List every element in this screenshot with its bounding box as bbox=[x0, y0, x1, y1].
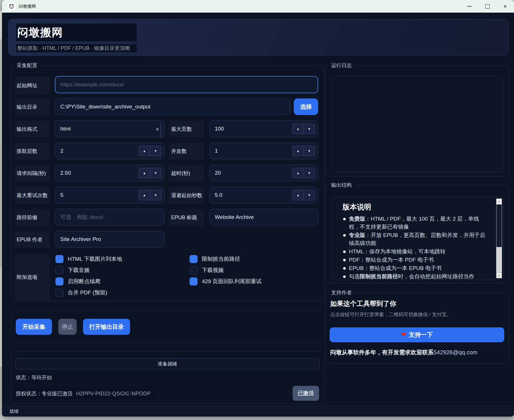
output-format-select[interactable]: html ∨ bbox=[55, 120, 165, 137]
app-logo-icon bbox=[8, 3, 15, 10]
output-structure-group: 输出结构 版本说明 免费版：HTML / PDF，最大 100 页，最大 2 层… bbox=[325, 185, 509, 283]
note-limit-path: 勾选限制抓当前路径时，会自动把起始网址路径当作 bbox=[343, 273, 486, 280]
depth-stepper[interactable]: 2 ▲ ▼ bbox=[55, 143, 165, 159]
checkbox-row-limit-path[interactable]: 限制抓当前路径 bbox=[190, 255, 240, 263]
version-notes-title: 版本说明 bbox=[343, 202, 371, 212]
output-dir-input[interactable] bbox=[55, 98, 290, 115]
scroll-down-icon[interactable]: ∨ bbox=[496, 273, 502, 278]
note-pdf: PDF：整站合成为一本 PDF 电子书 bbox=[343, 256, 486, 264]
notes-scrollbar[interactable]: ∧ ∨ bbox=[496, 199, 502, 278]
interval-up-icon[interactable]: ▲ bbox=[139, 168, 150, 178]
maximize-button[interactable] bbox=[478, 0, 496, 13]
app-window: 闷墩搬网 × 闷墩搬网 整站抓取 · HTML / PDF / EPUB · 镜… bbox=[2, 0, 514, 417]
resume-label[interactable]: 启用断点续爬 bbox=[68, 278, 101, 285]
timeout-down-icon[interactable]: ▼ bbox=[304, 168, 315, 178]
output-dir-label: 输出目录 bbox=[15, 99, 50, 115]
limit-path-checkbox[interactable] bbox=[190, 255, 198, 263]
concurrency-down-icon[interactable]: ▼ bbox=[304, 146, 315, 156]
backoff-up-icon[interactable]: ▲ bbox=[292, 190, 304, 200]
note-html: HTML：保存为本地镜像站，可本地跳转 bbox=[343, 248, 486, 256]
app-title-box: 闷墩搬网 bbox=[16, 24, 137, 41]
epub-author-label: EPUB 作者 bbox=[15, 231, 50, 248]
status-bar-text: 就绪 bbox=[9, 409, 19, 415]
download-audio-checkbox[interactable] bbox=[55, 266, 63, 274]
scrollbar-thumb[interactable] bbox=[496, 204, 502, 247]
retry-429-checkbox[interactable] bbox=[190, 277, 198, 285]
checkbox-row-retry-429[interactable]: 429 页面回队列尾部重试 bbox=[190, 277, 262, 285]
donate-button[interactable]: ❤ 支持一下 bbox=[330, 327, 504, 342]
max-pages-down-icon[interactable]: ▼ bbox=[304, 124, 315, 134]
support-group-title: 支持作者 bbox=[329, 289, 354, 296]
download-video-checkbox[interactable] bbox=[190, 266, 198, 274]
timeout-value: 20 bbox=[210, 170, 221, 176]
interval-label: 请求间隔(秒) bbox=[15, 165, 50, 182]
retries-up-icon[interactable]: ▲ bbox=[139, 190, 150, 200]
interval-stepper[interactable]: 2.50 ▲ ▼ bbox=[55, 165, 165, 181]
retry-429-label[interactable]: 429 页面回队列尾部重试 bbox=[202, 278, 262, 285]
note-epub: EPUB：整站合成为一本 EPUB 电子书 bbox=[343, 264, 486, 272]
start-url-label: 起始网址 bbox=[15, 77, 50, 94]
status-line: 状态：等待开始 bbox=[13, 373, 324, 382]
app-subtitle-box: 整站抓取 · HTML / PDF / EPUB · 镜像目录更清晰 bbox=[16, 44, 137, 52]
checkbox-row-download-video[interactable]: 下载视频 bbox=[190, 266, 224, 274]
path-prefix-input[interactable] bbox=[55, 209, 165, 225]
scrollbar-track[interactable] bbox=[496, 247, 502, 273]
max-pages-stepper[interactable]: 100 ▲ ▼ bbox=[209, 120, 318, 137]
contact-text: 闷墩从事软件多年，有开发需求欢迎联系 bbox=[330, 349, 434, 355]
dropdown-chevron-icon: ∨ bbox=[156, 126, 159, 132]
stop-button[interactable]: 停止 bbox=[58, 319, 77, 335]
donate-button-label: 支持一下 bbox=[409, 331, 433, 339]
status-bar: 就绪 bbox=[2, 406, 514, 417]
contact-line: 闷墩从事软件多年，有开发需求欢迎联系542926@qq.com bbox=[330, 349, 478, 356]
interval-down-icon[interactable]: ▼ bbox=[150, 168, 161, 178]
epub-title-input[interactable] bbox=[209, 209, 318, 225]
resume-checkbox[interactable] bbox=[55, 277, 63, 285]
download-audio-label[interactable]: 下载音频 bbox=[68, 267, 90, 274]
retries-label: 最大重试次数 bbox=[15, 187, 50, 204]
concurrency-label: 并发数 bbox=[169, 143, 204, 160]
start-button[interactable]: 开始采集 bbox=[16, 319, 52, 335]
open-output-button[interactable]: 打开输出目录 bbox=[83, 319, 130, 335]
epub-title-label: EPUB 标题 bbox=[169, 209, 204, 226]
epub-author-input[interactable] bbox=[55, 231, 165, 248]
backoff-stepper[interactable]: 5.0 ▲ ▼ bbox=[209, 187, 318, 203]
limit-path-label[interactable]: 限制抓当前路径 bbox=[202, 255, 240, 263]
timeout-up-icon[interactable]: ▲ bbox=[292, 168, 304, 178]
max-pages-up-icon[interactable]: ▲ bbox=[292, 124, 304, 134]
timeout-stepper[interactable]: 20 ▲ ▼ bbox=[209, 165, 318, 181]
browse-button[interactable]: 选择 bbox=[294, 98, 318, 115]
depth-up-icon[interactable]: ▲ bbox=[139, 146, 150, 156]
version-notes: 版本说明 免费版：HTML / PDF，最大 100 页，最大 2 层，单线程，… bbox=[331, 197, 504, 280]
checkbox-row-merge-pdf[interactable]: 合并 PDF (预留) bbox=[55, 289, 107, 297]
close-button[interactable]: × bbox=[496, 0, 514, 13]
backoff-down-icon[interactable]: ▼ bbox=[304, 190, 315, 200]
concurrency-up-icon[interactable]: ▲ bbox=[292, 146, 304, 156]
header-banner: 闷墩搬网 整站抓取 · HTML / PDF / EPUB · 镜像目录更清晰 bbox=[8, 19, 509, 56]
output-structure-title: 输出结构 bbox=[329, 182, 354, 188]
checkbox-row-resume[interactable]: 启用断点续爬 bbox=[55, 277, 101, 285]
download-video-label[interactable]: 下载视频 bbox=[202, 267, 224, 274]
max-pages-label: 最大页数 bbox=[169, 121, 204, 137]
retries-stepper[interactable]: 5 ▲ ▼ bbox=[55, 187, 165, 203]
contact-email: 542926@qq.com bbox=[434, 349, 478, 355]
titlebar: 闷墩搬网 × bbox=[2, 0, 514, 13]
activated-button[interactable]: 已激活 bbox=[293, 386, 319, 401]
start-url-input[interactable] bbox=[55, 76, 318, 93]
merge-pdf-label[interactable]: 合并 PDF (预留) bbox=[68, 289, 107, 296]
license-label: 授权状态：专业版已激活 bbox=[16, 390, 73, 397]
download-images-label[interactable]: HTML 下载图片到本地 bbox=[68, 255, 122, 263]
checkbox-row-download-audio[interactable]: 下载音频 bbox=[55, 266, 90, 274]
max-pages-value: 100 bbox=[210, 126, 224, 132]
download-images-checkbox[interactable] bbox=[55, 255, 63, 263]
merge-pdf-checkbox[interactable] bbox=[55, 289, 63, 297]
log-view[interactable] bbox=[331, 76, 503, 172]
backoff-label: 退避起始秒数 bbox=[169, 187, 204, 204]
concurrency-stepper[interactable]: 1 ▲ ▼ bbox=[209, 143, 318, 159]
extras-label: 附加选项 bbox=[15, 254, 50, 301]
minimize-button[interactable] bbox=[461, 0, 478, 13]
depth-down-icon[interactable]: ▼ bbox=[150, 146, 161, 156]
timeout-label: 超时(秒) bbox=[169, 165, 204, 182]
checkbox-row-download-images[interactable]: HTML 下载图片到本地 bbox=[55, 255, 122, 263]
scroll-up-icon[interactable]: ∧ bbox=[496, 199, 502, 204]
retries-down-icon[interactable]: ▼ bbox=[150, 190, 161, 200]
